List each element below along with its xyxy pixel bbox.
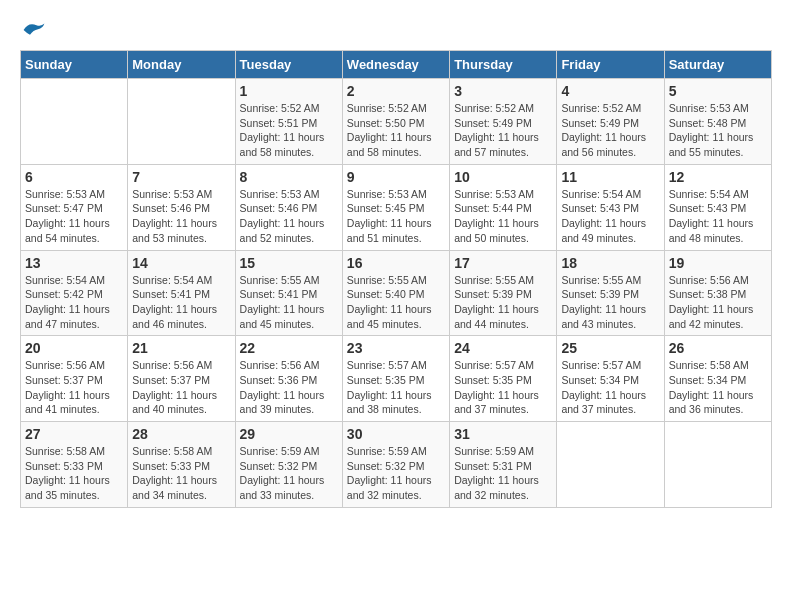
day-number: 16 bbox=[347, 255, 445, 271]
day-info: Sunrise: 5:55 AM Sunset: 5:40 PM Dayligh… bbox=[347, 273, 445, 332]
weekday-header-monday: Monday bbox=[128, 51, 235, 79]
day-number: 19 bbox=[669, 255, 767, 271]
day-number: 24 bbox=[454, 340, 552, 356]
day-info: Sunrise: 5:59 AM Sunset: 5:32 PM Dayligh… bbox=[347, 444, 445, 503]
day-info: Sunrise: 5:54 AM Sunset: 5:41 PM Dayligh… bbox=[132, 273, 230, 332]
day-info: Sunrise: 5:53 AM Sunset: 5:46 PM Dayligh… bbox=[240, 187, 338, 246]
calendar-cell: 28Sunrise: 5:58 AM Sunset: 5:33 PM Dayli… bbox=[128, 422, 235, 508]
day-info: Sunrise: 5:55 AM Sunset: 5:41 PM Dayligh… bbox=[240, 273, 338, 332]
calendar-cell: 16Sunrise: 5:55 AM Sunset: 5:40 PM Dayli… bbox=[342, 250, 449, 336]
calendar-week-row: 27Sunrise: 5:58 AM Sunset: 5:33 PM Dayli… bbox=[21, 422, 772, 508]
day-number: 1 bbox=[240, 83, 338, 99]
day-number: 10 bbox=[454, 169, 552, 185]
calendar-cell: 12Sunrise: 5:54 AM Sunset: 5:43 PM Dayli… bbox=[664, 164, 771, 250]
day-info: Sunrise: 5:52 AM Sunset: 5:49 PM Dayligh… bbox=[561, 101, 659, 160]
day-number: 6 bbox=[25, 169, 123, 185]
day-info: Sunrise: 5:53 AM Sunset: 5:48 PM Dayligh… bbox=[669, 101, 767, 160]
weekday-header-thursday: Thursday bbox=[450, 51, 557, 79]
calendar-cell: 23Sunrise: 5:57 AM Sunset: 5:35 PM Dayli… bbox=[342, 336, 449, 422]
day-number: 9 bbox=[347, 169, 445, 185]
day-number: 18 bbox=[561, 255, 659, 271]
day-info: Sunrise: 5:52 AM Sunset: 5:50 PM Dayligh… bbox=[347, 101, 445, 160]
day-number: 15 bbox=[240, 255, 338, 271]
day-info: Sunrise: 5:53 AM Sunset: 5:44 PM Dayligh… bbox=[454, 187, 552, 246]
weekday-header-saturday: Saturday bbox=[664, 51, 771, 79]
day-number: 7 bbox=[132, 169, 230, 185]
day-info: Sunrise: 5:58 AM Sunset: 5:33 PM Dayligh… bbox=[132, 444, 230, 503]
day-info: Sunrise: 5:59 AM Sunset: 5:31 PM Dayligh… bbox=[454, 444, 552, 503]
day-info: Sunrise: 5:54 AM Sunset: 5:43 PM Dayligh… bbox=[669, 187, 767, 246]
day-info: Sunrise: 5:53 AM Sunset: 5:46 PM Dayligh… bbox=[132, 187, 230, 246]
day-info: Sunrise: 5:57 AM Sunset: 5:34 PM Dayligh… bbox=[561, 358, 659, 417]
calendar-cell: 22Sunrise: 5:56 AM Sunset: 5:36 PM Dayli… bbox=[235, 336, 342, 422]
calendar-cell: 30Sunrise: 5:59 AM Sunset: 5:32 PM Dayli… bbox=[342, 422, 449, 508]
calendar-cell: 6Sunrise: 5:53 AM Sunset: 5:47 PM Daylig… bbox=[21, 164, 128, 250]
day-info: Sunrise: 5:54 AM Sunset: 5:42 PM Dayligh… bbox=[25, 273, 123, 332]
day-number: 8 bbox=[240, 169, 338, 185]
calendar-cell: 26Sunrise: 5:58 AM Sunset: 5:34 PM Dayli… bbox=[664, 336, 771, 422]
calendar-cell: 21Sunrise: 5:56 AM Sunset: 5:37 PM Dayli… bbox=[128, 336, 235, 422]
calendar-cell: 19Sunrise: 5:56 AM Sunset: 5:38 PM Dayli… bbox=[664, 250, 771, 336]
day-number: 30 bbox=[347, 426, 445, 442]
calendar-table: SundayMondayTuesdayWednesdayThursdayFrid… bbox=[20, 50, 772, 508]
calendar-cell: 31Sunrise: 5:59 AM Sunset: 5:31 PM Dayli… bbox=[450, 422, 557, 508]
day-number: 13 bbox=[25, 255, 123, 271]
logo bbox=[20, 20, 46, 40]
page-header bbox=[20, 20, 772, 40]
day-info: Sunrise: 5:59 AM Sunset: 5:32 PM Dayligh… bbox=[240, 444, 338, 503]
weekday-header-friday: Friday bbox=[557, 51, 664, 79]
calendar-cell: 5Sunrise: 5:53 AM Sunset: 5:48 PM Daylig… bbox=[664, 79, 771, 165]
calendar-cell: 11Sunrise: 5:54 AM Sunset: 5:43 PM Dayli… bbox=[557, 164, 664, 250]
calendar-cell: 25Sunrise: 5:57 AM Sunset: 5:34 PM Dayli… bbox=[557, 336, 664, 422]
weekday-header-sunday: Sunday bbox=[21, 51, 128, 79]
day-number: 14 bbox=[132, 255, 230, 271]
day-info: Sunrise: 5:58 AM Sunset: 5:33 PM Dayligh… bbox=[25, 444, 123, 503]
day-number: 5 bbox=[669, 83, 767, 99]
day-number: 20 bbox=[25, 340, 123, 356]
calendar-week-row: 20Sunrise: 5:56 AM Sunset: 5:37 PM Dayli… bbox=[21, 336, 772, 422]
calendar-cell: 9Sunrise: 5:53 AM Sunset: 5:45 PM Daylig… bbox=[342, 164, 449, 250]
day-number: 31 bbox=[454, 426, 552, 442]
calendar-cell: 8Sunrise: 5:53 AM Sunset: 5:46 PM Daylig… bbox=[235, 164, 342, 250]
calendar-cell: 13Sunrise: 5:54 AM Sunset: 5:42 PM Dayli… bbox=[21, 250, 128, 336]
day-info: Sunrise: 5:53 AM Sunset: 5:45 PM Dayligh… bbox=[347, 187, 445, 246]
day-info: Sunrise: 5:56 AM Sunset: 5:37 PM Dayligh… bbox=[25, 358, 123, 417]
day-info: Sunrise: 5:56 AM Sunset: 5:36 PM Dayligh… bbox=[240, 358, 338, 417]
calendar-cell: 1Sunrise: 5:52 AM Sunset: 5:51 PM Daylig… bbox=[235, 79, 342, 165]
calendar-cell bbox=[21, 79, 128, 165]
day-number: 27 bbox=[25, 426, 123, 442]
day-number: 12 bbox=[669, 169, 767, 185]
day-info: Sunrise: 5:56 AM Sunset: 5:37 PM Dayligh… bbox=[132, 358, 230, 417]
day-number: 23 bbox=[347, 340, 445, 356]
day-number: 25 bbox=[561, 340, 659, 356]
logo-bird-icon bbox=[22, 20, 46, 40]
day-number: 26 bbox=[669, 340, 767, 356]
calendar-cell bbox=[664, 422, 771, 508]
day-info: Sunrise: 5:52 AM Sunset: 5:49 PM Dayligh… bbox=[454, 101, 552, 160]
calendar-cell: 29Sunrise: 5:59 AM Sunset: 5:32 PM Dayli… bbox=[235, 422, 342, 508]
calendar-cell: 10Sunrise: 5:53 AM Sunset: 5:44 PM Dayli… bbox=[450, 164, 557, 250]
day-info: Sunrise: 5:52 AM Sunset: 5:51 PM Dayligh… bbox=[240, 101, 338, 160]
day-info: Sunrise: 5:58 AM Sunset: 5:34 PM Dayligh… bbox=[669, 358, 767, 417]
day-info: Sunrise: 5:57 AM Sunset: 5:35 PM Dayligh… bbox=[347, 358, 445, 417]
calendar-cell bbox=[557, 422, 664, 508]
calendar-cell: 27Sunrise: 5:58 AM Sunset: 5:33 PM Dayli… bbox=[21, 422, 128, 508]
day-number: 28 bbox=[132, 426, 230, 442]
day-info: Sunrise: 5:54 AM Sunset: 5:43 PM Dayligh… bbox=[561, 187, 659, 246]
day-number: 2 bbox=[347, 83, 445, 99]
calendar-header-row: SundayMondayTuesdayWednesdayThursdayFrid… bbox=[21, 51, 772, 79]
day-number: 29 bbox=[240, 426, 338, 442]
calendar-cell bbox=[128, 79, 235, 165]
day-info: Sunrise: 5:55 AM Sunset: 5:39 PM Dayligh… bbox=[561, 273, 659, 332]
day-info: Sunrise: 5:57 AM Sunset: 5:35 PM Dayligh… bbox=[454, 358, 552, 417]
weekday-header-tuesday: Tuesday bbox=[235, 51, 342, 79]
day-info: Sunrise: 5:55 AM Sunset: 5:39 PM Dayligh… bbox=[454, 273, 552, 332]
day-number: 11 bbox=[561, 169, 659, 185]
day-number: 4 bbox=[561, 83, 659, 99]
day-number: 3 bbox=[454, 83, 552, 99]
calendar-week-row: 6Sunrise: 5:53 AM Sunset: 5:47 PM Daylig… bbox=[21, 164, 772, 250]
day-info: Sunrise: 5:56 AM Sunset: 5:38 PM Dayligh… bbox=[669, 273, 767, 332]
calendar-week-row: 13Sunrise: 5:54 AM Sunset: 5:42 PM Dayli… bbox=[21, 250, 772, 336]
calendar-cell: 3Sunrise: 5:52 AM Sunset: 5:49 PM Daylig… bbox=[450, 79, 557, 165]
calendar-cell: 14Sunrise: 5:54 AM Sunset: 5:41 PM Dayli… bbox=[128, 250, 235, 336]
